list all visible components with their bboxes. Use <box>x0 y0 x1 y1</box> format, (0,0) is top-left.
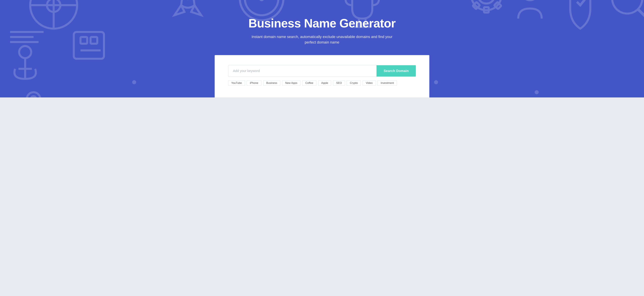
keyword-tag[interactable]: Investment <box>378 80 397 86</box>
keyword-tag[interactable]: Crypto <box>347 80 361 86</box>
search-input[interactable] <box>228 65 376 77</box>
svg-point-19 <box>260 0 263 0</box>
keyword-tag[interactable]: YouTube <box>228 80 245 86</box>
keyword-tag[interactable]: Video <box>362 80 376 86</box>
search-row: Search Domain <box>228 65 416 77</box>
keyword-tag[interactable]: SEO <box>333 80 345 86</box>
svg-point-42 <box>522 0 538 0</box>
hero-subtitle: Instant domain name search, automaticall… <box>246 34 398 45</box>
bottom-section <box>0 97 644 131</box>
svg-point-25 <box>478 0 495 3</box>
keyword-tag[interactable]: iPhone <box>247 80 262 86</box>
keyword-tags-container: YouTubeiPhoneBusinessNew AppsCoffeeApple… <box>228 80 416 86</box>
hero-title: Business Name Generator <box>3 17 641 30</box>
search-card: Search Domain YouTubeiPhoneBusinessNew A… <box>215 55 429 97</box>
hero-content: Business Name Generator Instant domain n… <box>3 10 641 97</box>
keyword-tag[interactable]: Business <box>263 80 280 86</box>
keyword-tag[interactable]: New Apps <box>282 80 300 86</box>
hero-section: Business Name Generator Instant domain n… <box>0 0 644 97</box>
search-domain-button[interactable]: Search Domain <box>376 65 416 77</box>
keyword-tag[interactable]: Apple <box>318 80 332 86</box>
keyword-tag[interactable]: Coffee <box>302 80 316 86</box>
